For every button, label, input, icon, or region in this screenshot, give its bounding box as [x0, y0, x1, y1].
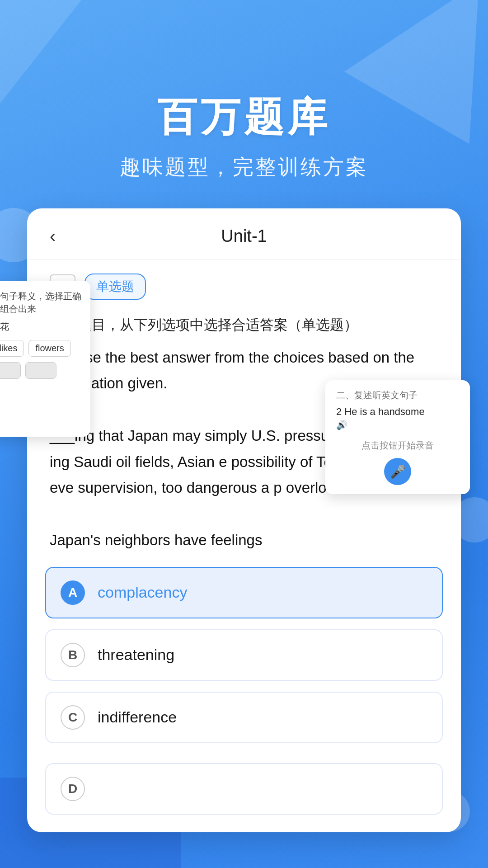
header-area: 百万题库 趣味题型，完整训练方案 — [0, 0, 488, 208]
option-a-text: complacency — [98, 584, 187, 601]
option-c[interactable]: C indifference — [45, 692, 443, 743]
word-chips-available: Jane likes flowers — [0, 340, 81, 357]
popup-right: 二、复述听英文句子 2 He is a handsome 🔊 点击按钮开始录音 … — [325, 380, 470, 494]
option-b[interactable]: B threatening — [45, 629, 443, 681]
question-instruction: 根据题目，从下列选项中选择合适答案（单选题） — [50, 313, 438, 337]
mic-button[interactable]: 🎤 — [384, 458, 411, 485]
word-chips-blanks: like — [0, 362, 81, 400]
record-label: 点击按钮开始录音 — [336, 439, 459, 452]
option-d-letter: D — [61, 777, 85, 801]
blank-chip-2[interactable] — [0, 362, 21, 379]
answer-options: A complacency B threatening C indifferen… — [27, 562, 461, 763]
option-a-letter: A — [61, 580, 85, 605]
blank-chip-3[interactable] — [25, 362, 56, 379]
popup-left: 根据给出的句子释义，选择正确顺序把句子组合出来 1 Jane喜欢花 Jane l… — [0, 281, 90, 437]
popup-left-example: 1 Jane喜欢花 — [0, 321, 81, 333]
mic-icon: 🎤 — [390, 464, 406, 479]
popup-right-sentence: 2 He is a handsome — [336, 406, 459, 418]
question-meta: 1 单选题 — [27, 260, 461, 309]
word-chip-flowers[interactable]: flowers — [28, 340, 70, 357]
header-title: 百万题库 — [0, 90, 488, 144]
option-c-text: indifference — [98, 708, 177, 726]
option-b-letter: B — [61, 643, 85, 667]
speaker-icon[interactable]: 🔊 — [336, 420, 459, 430]
option-b-text: threatening — [98, 646, 174, 664]
card-unit-title: Unit-1 — [221, 226, 267, 246]
word-chips-extra: flower — [0, 406, 81, 422]
popup-right-label: 二、复述听英文句子 — [336, 389, 459, 401]
option-d[interactable]: D — [45, 763, 443, 815]
main-card: 根据给出的句子释义，选择正确顺序把句子组合出来 1 Jane喜欢花 Jane l… — [27, 208, 461, 832]
word-chip-likes[interactable]: likes — [0, 340, 24, 357]
back-button[interactable]: ‹ — [50, 226, 56, 246]
popup-left-instruction: 根据给出的句子释义，选择正确顺序把句子组合出来 — [0, 290, 81, 315]
card-header: ‹ Unit-1 — [27, 208, 461, 260]
option-a[interactable]: A complacency — [45, 567, 443, 618]
option-c-letter: C — [61, 705, 85, 730]
question-type: 单选题 — [84, 274, 146, 300]
header-subtitle: 趣味题型，完整训练方案 — [0, 153, 488, 181]
